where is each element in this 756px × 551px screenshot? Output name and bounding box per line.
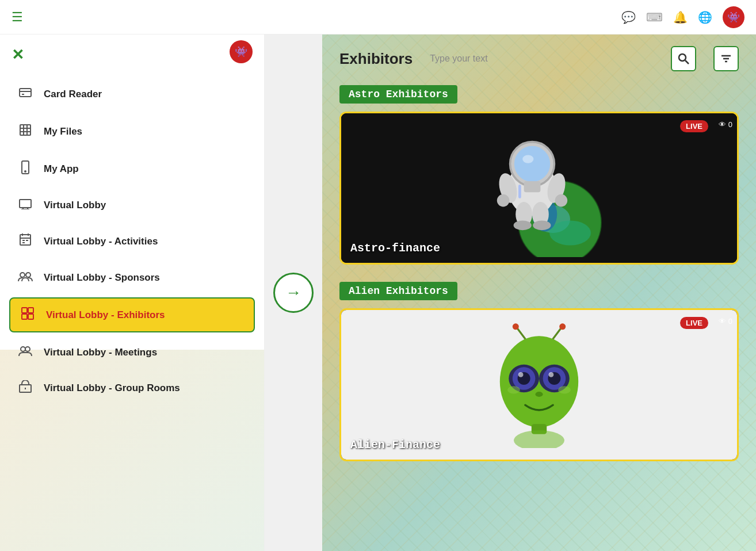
nav-left: ☰ [12, 10, 23, 25]
alien-live-badge: LIVE [680, 317, 708, 329]
svg-rect-26 [28, 314, 33, 319]
svg-point-70 [549, 372, 554, 377]
sidebar-item-label: Virtual Lobby - Group Rooms [44, 382, 180, 394]
alien-finance-image: LIVE 👁 0 Alien-Finance [341, 310, 737, 460]
sidebar-monster-icon: 👾 [230, 40, 253, 63]
sidebar-item-label: Virtual Lobby - Sponsors [44, 272, 160, 284]
svg-point-21 [20, 273, 25, 277]
svg-point-27 [21, 347, 25, 351]
astronaut-illustration [470, 119, 608, 257]
svg-point-69 [518, 372, 524, 377]
meetings-icon [17, 345, 33, 359]
globe-icon[interactable]: 🌐 [698, 10, 712, 24]
svg-point-39 [549, 220, 591, 245]
eye-icon: 👁 [719, 120, 726, 129]
alien-background [341, 310, 737, 460]
content-inner: Exhibitors Type your text [322, 35, 756, 490]
alien-category-title: Alien Exhibitors [339, 282, 457, 300]
exhibitors-icon [20, 307, 36, 323]
svg-point-72 [507, 386, 520, 393]
svg-point-71 [535, 392, 543, 397]
astro-finance-label: Astro-finance [350, 242, 440, 255]
svg-point-28 [25, 347, 30, 351]
svg-rect-51 [524, 181, 541, 192]
svg-rect-24 [28, 308, 33, 313]
my-app-icon [17, 160, 33, 177]
close-button[interactable]: ✕ [12, 46, 24, 63]
svg-rect-10 [20, 200, 31, 208]
astro-view-count: 👁 0 [719, 120, 732, 129]
svg-line-32 [685, 60, 689, 64]
nav-right: 💬 ⌨ 🔔 🌐 👾 [621, 6, 744, 28]
avatar-emoji: 👾 [727, 11, 740, 24]
group-rooms-icon [17, 380, 33, 396]
hamburger-icon[interactable]: ☰ [12, 10, 23, 25]
bell-icon[interactable]: 🔔 [673, 10, 688, 24]
svg-point-44 [514, 146, 550, 182]
sidebar-item-label: Virtual Lobby - Meetings [44, 347, 157, 358]
navigation-arrow-zone: → [265, 35, 322, 551]
keyboard-icon[interactable]: ⌨ [646, 10, 663, 24]
sidebar-item-virtual-lobby[interactable]: Virtual Lobby [0, 188, 264, 223]
astro-finance-image: LIVE 👁 0 Astro-finance [341, 113, 737, 263]
sidebar-item-my-app[interactable]: My App [0, 150, 264, 188]
sidebar-item-my-files[interactable]: My Files [0, 113, 264, 150]
astro-exhibitors-section: Astro Exhibitors [339, 85, 739, 265]
sidebar-items: Card Reader My Files [0, 70, 264, 412]
astro-live-badge: LIVE [680, 120, 708, 132]
svg-point-59 [513, 323, 519, 330]
sidebar-item-card-reader[interactable]: Card Reader [0, 75, 264, 113]
svg-point-73 [558, 386, 571, 393]
sidebar-item-label: Card Reader [44, 89, 102, 100]
alien-exhibitors-section: Alien Exhibitors [339, 282, 739, 461]
sidebar-item-label: My Files [44, 126, 82, 137]
svg-rect-14 [20, 235, 30, 245]
filter-button[interactable] [713, 46, 739, 71]
forward-arrow-button[interactable]: → [273, 273, 314, 313]
svg-point-50 [555, 194, 568, 207]
sidebar-item-label: My App [44, 163, 79, 175]
svg-rect-56 [518, 185, 521, 198]
content-title: Exhibitors [339, 50, 413, 68]
arrow-icon: → [285, 284, 301, 302]
top-navigation: ☰ 💬 ⌨ 🔔 🌐 👾 [0, 0, 756, 35]
svg-point-31 [679, 54, 686, 61]
svg-rect-0 [20, 89, 31, 97]
sidebar-item-virtual-lobby-activities[interactable]: Virtual Lobby - Activities [0, 223, 264, 260]
svg-rect-25 [22, 314, 27, 319]
sidebar-item-virtual-lobby-meetings[interactable]: Virtual Lobby - Meetings [0, 335, 264, 370]
virtual-lobby-icon [17, 198, 33, 212]
sidebar: ✕ 👾 Card Reader [0, 35, 265, 551]
card-reader-icon [17, 86, 33, 102]
alien-illustration [476, 322, 602, 448]
sidebar-item-virtual-lobby-exhibitors[interactable]: Virtual Lobby - Exhibitors [9, 297, 255, 332]
sidebar-item-virtual-lobby-sponsors[interactable]: Virtual Lobby - Sponsors [0, 260, 264, 295]
sidebar-close-area: ✕ [0, 35, 264, 70]
astro-finance-card[interactable]: LIVE 👁 0 Astro-finance [339, 112, 739, 265]
my-files-icon [17, 123, 33, 140]
svg-point-61 [559, 323, 566, 330]
sidebar-item-virtual-lobby-group-rooms[interactable]: Virtual Lobby - Group Rooms [0, 370, 264, 406]
svg-rect-3 [20, 125, 30, 135]
alien-view-count: 👁 0 [719, 317, 732, 326]
search-button[interactable] [671, 46, 696, 71]
svg-point-9 [25, 171, 26, 172]
chat-icon[interactable]: 💬 [621, 10, 636, 24]
astro-category-title: Astro Exhibitors [339, 85, 457, 104]
svg-point-49 [497, 194, 510, 207]
main-content: Exhibitors Type your text [322, 35, 756, 551]
sidebar-logo: 👾 [230, 40, 253, 63]
sponsors-icon [17, 270, 33, 285]
content-header: Exhibitors Type your text [339, 46, 739, 71]
svg-point-55 [533, 220, 551, 230]
svg-point-22 [26, 273, 30, 277]
svg-rect-23 [22, 308, 27, 313]
alien-finance-card[interactable]: LIVE 👁 0 Alien-Finance [339, 308, 739, 461]
alien-finance-label: Alien-Finance [350, 438, 440, 451]
search-placeholder-text: Type your text [430, 53, 654, 64]
user-avatar[interactable]: 👾 [723, 6, 744, 28]
svg-point-45 [522, 155, 533, 163]
svg-point-54 [514, 220, 532, 230]
sidebar-item-label: Virtual Lobby - Exhibitors [46, 309, 165, 321]
main-body: ✕ 👾 Card Reader [0, 35, 756, 551]
